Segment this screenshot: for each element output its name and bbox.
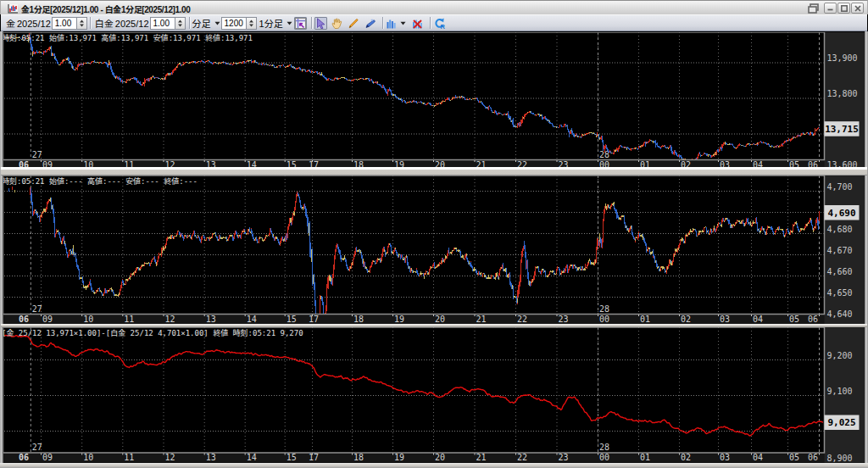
x-axis-label: 06 [808,158,818,168]
x-axis-label: 11 [124,450,134,463]
x-axis-label: 05 [789,311,799,324]
x-axis-label: 22 [517,311,527,324]
x-axis-label: 18 [353,158,364,168]
x-axis-label: 18 [353,311,364,324]
x-axis-label: 20 [435,311,445,324]
y-axis-label: 9,200 [827,348,853,361]
x-axis-label: 06 [19,450,29,463]
gold-chart-panel[interactable]: 2728時刻:05:21 始値:13,971 高値:13,971 安値:13,9… [0,32,868,167]
x-axis-label: 03 [720,450,730,463]
y-axis-label: 4,700 [827,179,853,192]
x-axis-label: 17 [309,311,319,324]
x-axis-label: 13 [206,311,216,324]
x-axis-label: 04 [753,450,763,463]
x-axis-label: 14 [247,158,257,168]
x-axis-label: 02 [681,450,691,463]
x-axis-label: 04 [753,311,763,324]
y-axis-label: 4,680 [827,221,853,234]
y-axis-label: 4,670 [827,242,853,255]
x-axis-label: 05 [789,450,799,463]
y-axis-label: 13,900 [827,51,858,64]
x-axis-label: 12 [165,450,175,463]
current-price-value: 13,715 [825,121,859,135]
x-axis-label: 20 [435,158,445,168]
x-axis-label: 11 [124,311,134,324]
x-axis-label: 06 [19,311,29,324]
x-axis-label: 12 [165,311,175,324]
x-axis-label: 00 [599,450,609,463]
x-axis-label: 02 [681,158,691,168]
x-axis-label: 22 [517,450,527,463]
x-axis-label: 00 [599,311,609,324]
window-frame-left [0,31,3,463]
y-axis-label: 13,600 [827,158,858,167]
x-axis-label: 14 [247,450,257,463]
y-axis-label: 4,640 [827,306,853,319]
x-axis-label: 11 [124,158,134,168]
x-axis-label: 17 [309,450,319,463]
x-axis-label: 09 [42,311,53,324]
x-axis-label: 19 [394,158,404,168]
plot-area[interactable] [3,327,825,453]
x-axis-label: 23 [559,311,569,324]
x-axis-label: 18 [353,450,364,463]
x-axis-label: 15 [287,158,297,168]
x-axis-label: 09 [42,450,53,463]
x-axis-label: 23 [559,450,569,463]
x-axis-label: 00 [599,158,609,168]
x-axis-label: 05 [789,158,799,168]
y-axis-label: 9,100 [827,384,853,397]
x-axis-label: 17 [309,158,319,168]
x-axis-label: 06 [808,311,818,324]
spread-chart-panel[interactable]: 2728[金 25/12 13,971×1.00]-[白金 25/12 4,70… [0,327,868,463]
x-axis-label: 06 [19,158,29,168]
x-axis-label: 03 [720,311,730,324]
x-axis-label: 13 [206,450,216,463]
window-frame-bottom [0,463,868,468]
x-axis-label: 03 [720,158,730,168]
y-axis-label: 4,660 [827,264,853,276]
charts-area: 2728時刻:05:21 始値:13,971 高値:13,971 安値:13,9… [0,0,868,468]
y-axis-label: 4,650 [827,285,853,298]
x-axis-label: 02 [681,311,691,324]
y-axis-label: 13,800 [827,86,858,99]
x-axis-label: 20 [435,450,445,463]
x-axis-label: 21 [476,311,487,324]
day-label: 27 [32,440,42,453]
ohlc-info-line: [金 25/12 13,971×1.00]-[白金 25/12 4,701×1.… [2,327,303,338]
x-axis-label: 19 [394,450,404,463]
x-axis-label: 21 [476,450,487,463]
x-axis-label: 15 [287,311,297,324]
x-axis-label: 22 [517,158,527,168]
x-axis-label: 01 [640,311,650,324]
x-axis-label: 10 [83,158,93,168]
window-frame-right [865,31,868,463]
x-axis-label: 01 [640,158,650,168]
x-axis-label: 04 [753,158,763,168]
x-axis-label: 10 [83,450,93,463]
panel-divider[interactable] [1,324,867,328]
plot-area[interactable] [3,32,825,160]
x-axis-label: 23 [559,158,569,168]
x-axis-label: 14 [247,311,257,324]
x-axis-label: 09 [42,158,53,168]
x-axis-label: 13 [206,158,216,168]
x-axis-label: 12 [165,158,175,168]
x-axis-label: 21 [476,158,487,168]
y-axis-label: 8,900 [827,451,853,463]
x-axis-label: 01 [640,450,650,463]
x-axis-label: 15 [287,450,297,463]
current-price-value: 9,025 [827,415,855,428]
ohlc-info-line: 時刻:05:21 始値:--- 高値:--- 安値:--- 終値:--- [2,176,198,187]
plot-area[interactable] [3,176,825,315]
ohlc-info-line: 時刻:05:21 始値:13,971 高値:13,971 安値:13,971 終… [2,32,253,43]
chart-window: 金1分足[2025/12]1.00 - 白金1分足[2025/12]1.00 金… [0,0,868,468]
day-label: 27 [32,301,42,314]
current-price-value: 4,690 [827,204,855,218]
x-axis-label: 06 [808,450,818,463]
x-axis-label: 19 [394,311,404,324]
panel-divider[interactable] [1,167,867,176]
platinum-chart-panel[interactable]: 2728時刻:05:21 始値:--- 高値:--- 安値:--- 終値:---… [0,176,868,324]
x-axis-label: 10 [83,311,93,324]
day-label: 27 [32,148,42,160]
